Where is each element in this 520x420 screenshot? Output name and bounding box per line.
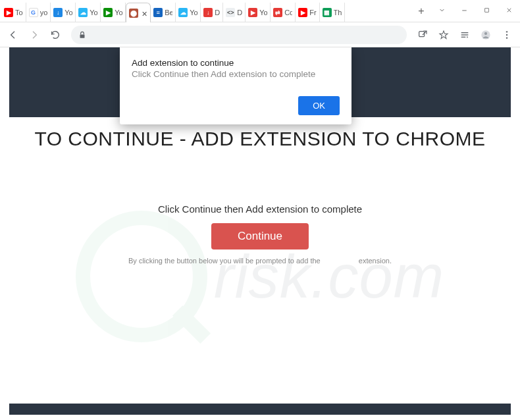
tab-strip: ▶ToGyo↓Yo☁Yo▶Yo⬤✕≡Be☁Yo↓D <>D ▶Yo⇄Co▶Fr▦… — [0, 0, 412, 22]
tab-label: Th — [334, 9, 342, 16]
tab-label: yo — [40, 9, 48, 16]
dialog-message: Click Continue then Add extension to com… — [132, 69, 340, 79]
browser-tab[interactable]: ☁Yo — [76, 3, 101, 22]
tab-label: To — [15, 9, 23, 16]
continue-button[interactable]: Continue — [211, 223, 309, 249]
javascript-alert-dialog: Add extension to continue Click Continue… — [120, 47, 351, 124]
title-bar: ▶ToGyo↓Yo☁Yo▶Yo⬤✕≡Be☁Yo↓D <>D ▶Yo⇄Co▶Fr▦… — [0, 0, 520, 22]
svg-point-12 — [506, 34, 507, 35]
svg-rect-1 — [484, 8, 488, 12]
tab-favicon-play-red-icon: ▶ — [248, 8, 257, 17]
browser-tab[interactable]: ⬤✕ — [126, 3, 151, 22]
toolbar — [0, 22, 520, 47]
maximize-button[interactable] — [475, 2, 498, 18]
page-footer-dark — [9, 404, 511, 415]
tab-label: Yo — [65, 9, 72, 16]
minimize-button[interactable] — [453, 2, 475, 18]
tab-favicon-google-icon: G — [29, 8, 38, 17]
tab-favicon-download-blue-icon: ↓ — [53, 8, 63, 17]
back-button[interactable] — [4, 26, 22, 44]
browser-tab[interactable]: ▦Th — [320, 3, 345, 22]
tab-label: D — [215, 9, 220, 16]
window-controls — [430, 0, 520, 20]
tab-favicon-download-cloud-icon: ☁ — [78, 8, 88, 17]
svg-rect-4 — [80, 34, 85, 38]
tab-favicon-page-icon: ⬤ — [129, 9, 138, 18]
dialog-title: Add extension to continue — [132, 58, 340, 68]
forward-button[interactable] — [25, 26, 43, 44]
svg-point-10 — [484, 32, 487, 34]
svg-point-11 — [506, 31, 507, 32]
browser-tab[interactable]: ↓Yo — [51, 3, 76, 22]
reading-list-button[interactable] — [455, 26, 474, 44]
tab-label: Co — [284, 9, 292, 16]
menu-button[interactable] — [498, 26, 516, 44]
new-tab-button[interactable]: + — [412, 2, 430, 20]
browser-tab[interactable]: Gyo — [26, 3, 51, 22]
browser-tab[interactable]: ▶Fr — [296, 3, 319, 22]
reload-button[interactable] — [46, 26, 65, 44]
page-subline: Click Continue then Add extension to com… — [0, 203, 520, 215]
profile-button[interactable] — [477, 26, 495, 44]
page-margin-right — [511, 47, 520, 420]
page-viewport: risk.com TO CONTINUE - ADD EXTENSION TO … — [0, 47, 520, 420]
address-bar[interactable] — [71, 26, 407, 44]
browser-tab[interactable]: ⇄Co — [271, 3, 296, 22]
close-window-button[interactable] — [498, 2, 520, 18]
tab-favicon-code-icon: <> — [226, 8, 235, 17]
page-margin-left — [0, 47, 9, 420]
page-headline: TO CONTINUE - ADD EXTENSION TO CHROME — [20, 128, 500, 150]
tab-close-icon[interactable]: ✕ — [142, 10, 147, 16]
disclaimer-text-after: extension. — [359, 257, 392, 265]
tab-favicon-play-green-icon: ▶ — [103, 8, 113, 17]
browser-tab[interactable]: ▶Yo — [101, 3, 126, 22]
bookmark-button[interactable] — [434, 26, 453, 44]
tabs-dropdown-button[interactable] — [430, 2, 453, 18]
tab-favicon-bars-blue-icon: ≡ — [153, 8, 163, 17]
page-margin-bottom — [0, 415, 520, 420]
browser-tab[interactable]: ▶To — [1, 3, 26, 22]
tab-label: Yo — [190, 9, 197, 16]
browser-tab[interactable]: <>D — [223, 3, 246, 22]
svg-point-13 — [506, 37, 507, 38]
tab-label: Fr — [309, 9, 316, 16]
lock-icon — [78, 30, 87, 39]
tab-label: Yo — [259, 9, 267, 16]
tab-favicon-youtube-icon: ▶ — [4, 8, 13, 17]
share-button[interactable] — [413, 26, 432, 44]
tab-favicon-download-cloud-icon: ☁ — [178, 8, 188, 17]
tab-label: Yo — [115, 9, 122, 16]
browser-tab[interactable]: ↓D — [201, 3, 223, 22]
browser-tab[interactable]: ☁Yo — [176, 3, 201, 22]
dialog-ok-button[interactable]: OK — [298, 96, 340, 115]
dialog-actions: OK — [132, 96, 340, 115]
browser-tab[interactable]: ≡Be — [151, 3, 176, 22]
disclaimer-text-before: By clicking the button below you will be… — [128, 257, 321, 265]
page-disclaimer: By clicking the button below you will be… — [0, 257, 520, 265]
tab-favicon-convert-red-icon: ⇄ — [273, 8, 282, 17]
tab-label: Yo — [90, 9, 97, 16]
tab-label: D — [237, 9, 242, 16]
tab-favicon-download-red-icon: ↓ — [203, 8, 213, 17]
tab-favicon-sheets-icon: ▦ — [323, 8, 332, 17]
tab-label: Be — [165, 9, 172, 16]
browser-tab[interactable]: ▶Yo — [246, 3, 271, 22]
tab-favicon-youtube-icon: ▶ — [298, 8, 307, 17]
